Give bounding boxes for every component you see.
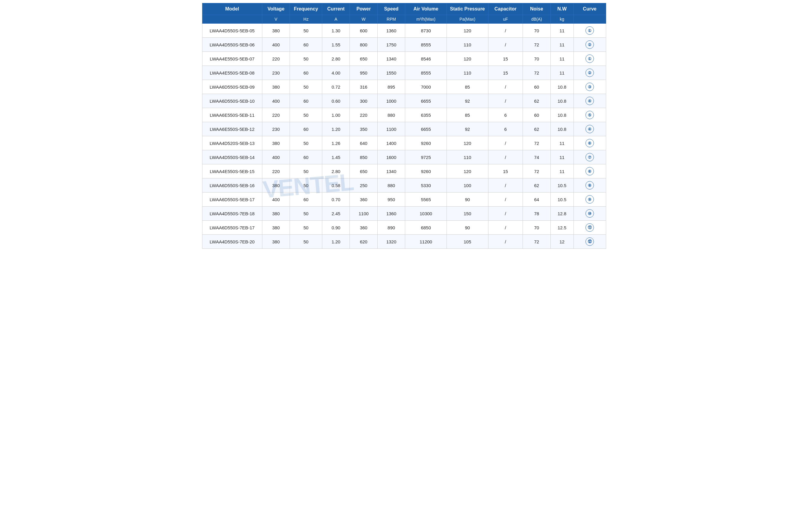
cell-airvolume: 10300 — [405, 207, 447, 221]
cell-current: 0.60 — [322, 94, 350, 108]
cell-frequency: 50 — [290, 136, 322, 150]
cell-capacitor: / — [488, 80, 523, 94]
cell-speed: 1320 — [377, 235, 405, 249]
header-nw-unit: kg — [550, 15, 573, 24]
cell-current: 0.58 — [322, 178, 350, 192]
cell-voltage: 400 — [262, 150, 290, 164]
cell-power: 650 — [350, 164, 377, 178]
curve-number: ⑧ — [586, 181, 594, 190]
cell-staticpressure: 120 — [446, 24, 488, 38]
cell-nw: 10.8 — [550, 122, 573, 136]
cell-power: 850 — [350, 150, 377, 164]
cell-capacitor: 15 — [488, 52, 523, 66]
header-power-unit: W — [350, 15, 377, 24]
cell-staticpressure: 90 — [446, 192, 488, 207]
cell-nw: 11 — [550, 164, 573, 178]
cell-staticpressure: 120 — [446, 164, 488, 178]
table-row: LWAA6E550S-5EB-11220501.0022088063558566… — [202, 108, 606, 122]
cell-power: 640 — [350, 136, 377, 150]
table-row: LWAA4D550S-5EB-14400601.4585016009725110… — [202, 150, 606, 164]
cell-airvolume: 8546 — [405, 52, 447, 66]
cell-curve: ⑤ — [573, 108, 606, 122]
curve-number: ⑩ — [586, 209, 594, 217]
cell-nw: 12 — [550, 235, 573, 249]
cell-capacitor: / — [488, 38, 523, 52]
table-row: LWAA4D550S-7EB-20380501.2062013201120010… — [202, 235, 606, 249]
table-row: LWAA4D520S-5EB-13380501.2664014009260120… — [202, 136, 606, 150]
header-airvolume-unit: m³/h(Max) — [405, 15, 447, 24]
cell-capacitor: 6 — [488, 108, 523, 122]
cell-power: 360 — [350, 221, 377, 235]
cell-capacitor: 15 — [488, 164, 523, 178]
cell-current: 1.20 — [322, 122, 350, 136]
cell-noise: 72 — [523, 235, 550, 249]
cell-power: 360 — [350, 192, 377, 207]
cell-current: 1.55 — [322, 38, 350, 52]
header-voltage-unit: V — [262, 15, 290, 24]
cell-airvolume: 8555 — [405, 66, 447, 80]
cell-frequency: 50 — [290, 235, 322, 249]
table-row: LWAA4D550S-5EB-06400601.5580017508555110… — [202, 38, 606, 52]
header-current-unit: A — [322, 15, 350, 24]
cell-nw: 11 — [550, 52, 573, 66]
cell-capacitor: / — [488, 221, 523, 235]
cell-curve: ③ — [573, 80, 606, 94]
cell-voltage: 380 — [262, 178, 290, 192]
cell-power: 950 — [350, 66, 377, 80]
curve-number: ⑥ — [586, 167, 594, 175]
cell-curve: ⑪ — [573, 221, 606, 235]
cell-capacitor: 6 — [488, 122, 523, 136]
curve-number: ⑥ — [586, 139, 594, 147]
cell-curve: ⑨ — [573, 192, 606, 207]
header-staticpressure-unit: Pa(Max) — [446, 15, 488, 24]
header-capacitor: Capacitor — [488, 3, 523, 15]
curve-number: ④ — [586, 97, 594, 105]
cell-current: 2.45 — [322, 207, 350, 221]
table-row: LWAA4D550S-5EB-05380501.3060013608730120… — [202, 24, 606, 38]
cell-frequency: 50 — [290, 80, 322, 94]
cell-speed: 1000 — [377, 94, 405, 108]
header-capacitor-unit: uF — [488, 15, 523, 24]
cell-nw: 11 — [550, 150, 573, 164]
cell-model: LWAA6E550S-5EB-11 — [202, 108, 262, 122]
cell-current: 1.30 — [322, 24, 350, 38]
cell-capacitor: / — [488, 178, 523, 192]
header-current: Current — [322, 3, 350, 15]
cell-staticpressure: 110 — [446, 150, 488, 164]
header-curve-unit — [573, 15, 606, 24]
cell-curve: ④ — [573, 122, 606, 136]
cell-frequency: 60 — [290, 192, 322, 207]
cell-model: LWAA6E550S-5EB-12 — [202, 122, 262, 136]
cell-staticpressure: 92 — [446, 94, 488, 108]
cell-capacitor: / — [488, 136, 523, 150]
header-model-unit — [202, 15, 262, 24]
cell-nw: 12.5 — [550, 221, 573, 235]
cell-model: LWAA4D550S-5EB-05 — [202, 24, 262, 38]
cell-current: 0.72 — [322, 80, 350, 94]
cell-curve: ⑫ — [573, 235, 606, 249]
cell-noise: 72 — [523, 136, 550, 150]
cell-frequency: 60 — [290, 150, 322, 164]
table-row: LWAA6D550S-5EB-09380500.72316895700085/6… — [202, 80, 606, 94]
cell-nw: 10.8 — [550, 80, 573, 94]
cell-speed: 1100 — [377, 122, 405, 136]
cell-staticpressure: 120 — [446, 136, 488, 150]
cell-voltage: 220 — [262, 108, 290, 122]
cell-model: LWAA4D550S-5EB-06 — [202, 38, 262, 52]
cell-power: 600 — [350, 24, 377, 38]
cell-staticpressure: 85 — [446, 80, 488, 94]
cell-model: LWAA6D550S-5EB-16 — [202, 178, 262, 192]
cell-nw: 10.8 — [550, 94, 573, 108]
header-curve: Curve — [573, 3, 606, 15]
curve-number: ⑪ — [586, 223, 594, 232]
cell-voltage: 230 — [262, 122, 290, 136]
main-table: Model Voltage Frequency Current Power Sp… — [202, 3, 606, 249]
cell-speed: 1340 — [377, 164, 405, 178]
cell-frequency: 50 — [290, 207, 322, 221]
cell-speed: 1360 — [377, 24, 405, 38]
table-row: LWAA6D550S-5EB-16380500.582508805330100/… — [202, 178, 606, 192]
cell-power: 800 — [350, 38, 377, 52]
header-row-2: V Hz A W RPM m³/h(Max) Pa(Max) uF dB(A) … — [202, 15, 606, 24]
cell-staticpressure: 120 — [446, 52, 488, 66]
curve-number: ③ — [586, 83, 594, 91]
